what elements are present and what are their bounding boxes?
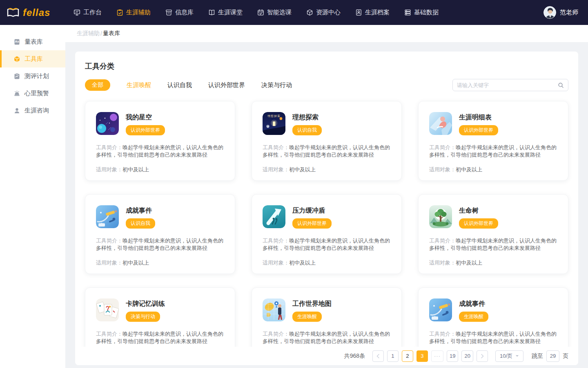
tool-library-icon — [13, 56, 20, 63]
page-button-2[interactable]: 2 — [402, 350, 413, 362]
achievement-tile-icon — [429, 298, 452, 321]
intro-label: 工具简介： — [263, 238, 289, 244]
page-size-select[interactable]: 10/页 — [495, 350, 523, 362]
career-consult-icon — [13, 107, 20, 114]
tool-category-badge: 生涯唤醒 — [459, 312, 488, 322]
page-button-3[interactable]: 3 — [416, 350, 428, 362]
page-button-20[interactable]: 20 — [461, 350, 473, 362]
nav-item-career-archive[interactable]: 生涯档案 — [355, 9, 390, 16]
category-tabs: 全部生涯唤醒认识自我认识外部世界决策与行动 — [85, 79, 452, 91]
nav-item-workbench[interactable]: 工作台 — [74, 9, 102, 16]
breadcrumb: 生涯辅助 / 量表库 — [65, 25, 588, 42]
pagination-bar: 共968条 123···1920 10/页 跳至 页 — [75, 347, 578, 365]
top-navbar: fellas 工作台 生涯辅助 信息库 生涯课堂 智能选课 资源中心 生涯档案 … — [0, 0, 588, 25]
tool-title: 生涯明细表 — [459, 113, 498, 122]
user-name: 范老师 — [560, 9, 578, 16]
sidebar-item-psych-alert[interactable]: 心里预警 — [0, 85, 65, 102]
sidebar-item-tool-library[interactable]: 工具库 — [0, 50, 65, 67]
target-text: 初中及以上 — [456, 260, 482, 266]
target-label: 适用对象： — [263, 166, 289, 173]
tool-category-badge: 认识外部世界 — [126, 125, 165, 135]
jump-label: 跳至 — [532, 352, 543, 360]
intro-label: 工具简介： — [96, 331, 122, 337]
page-number-buttons: 123···1920 — [387, 350, 473, 362]
nav-item-resource-center[interactable]: 资源中心 — [306, 9, 341, 16]
sidebar-item-assessment-plan[interactable]: 测评计划 — [0, 67, 65, 85]
tool-title: 成就事件 — [126, 206, 155, 215]
intro-label: 工具简介： — [429, 144, 456, 150]
ideal-tile-icon: 理想探索 — [263, 112, 285, 135]
tool-card-0[interactable]: 我的星空 认识外部世界 工具简介：唤起学牛规划未来的意识，认识人生角色的多样性，… — [85, 101, 235, 181]
page-size-value: 10/页 — [500, 352, 512, 360]
cards-tile-icon — [96, 298, 119, 321]
prev-page-button[interactable] — [372, 350, 384, 362]
target-label: 适用对象： — [263, 260, 289, 266]
shield-tile-icon — [263, 205, 285, 228]
tool-card-2[interactable]: 生涯明细表 认识外部世界 工具简介：唤起学牛规划未来的意识，认识人生角色的多样性… — [418, 101, 568, 181]
intro-label: 工具简介： — [263, 331, 289, 337]
target-text: 初中及以上 — [289, 166, 316, 173]
achievement-tile-icon — [96, 205, 119, 228]
worldmap-tile-icon — [263, 298, 285, 321]
career-detail-tile-icon — [429, 112, 452, 135]
tree-tile-icon — [429, 205, 452, 228]
nav-item-info-library[interactable]: 信息库 — [165, 9, 194, 16]
tool-title: 生命树 — [459, 206, 498, 215]
pagination-total: 共968条 — [344, 352, 365, 360]
tool-category-badge: 认识自我 — [292, 125, 322, 135]
nav-item-career-class[interactable]: 生涯课堂 — [208, 9, 243, 16]
jump-suffix: 页 — [563, 352, 568, 360]
logo-wordmark: fellas — [23, 7, 50, 18]
tool-title: 理想探索 — [292, 113, 322, 122]
target-label: 适用对象： — [429, 260, 456, 266]
tool-card-4[interactable]: 压力缓冲盾 认识外部世界 工具简介：唤起学牛规划未来的意识，认识人生角色的多样性… — [252, 194, 402, 274]
career-archive-icon — [355, 9, 362, 16]
tool-category-badge: 认识外部世界 — [459, 218, 498, 229]
tile-caption: 理想探索 — [263, 114, 285, 118]
tool-category-badge: 生涯唤醒 — [292, 312, 322, 322]
next-page-button[interactable] — [477, 350, 488, 362]
target-label: 适用对象： — [96, 166, 122, 173]
tool-category-badge: 决策与行动 — [126, 312, 160, 322]
tool-card-grid: 我的星空 认识外部世界 工具简介：唤起学牛规划未来的意识，认识人生角色的多样性，… — [75, 91, 578, 365]
tool-card-1[interactable]: 理想探索 理想探索 认识自我 工具简介：唤起学牛规划未来的意识，认识人生角色的多… — [252, 101, 402, 181]
breadcrumb-parent[interactable]: 生涯辅助 — [77, 30, 100, 37]
panel-header: 工具分类 全部生涯唤醒认识自我认识外部世界决策与行动 — [75, 52, 578, 91]
target-label: 适用对象： — [429, 166, 456, 173]
tool-title: 我的星空 — [126, 113, 165, 122]
nav-item-smart-course[interactable]: 智能选课 — [257, 9, 292, 16]
intro-label: 工具简介： — [429, 238, 456, 244]
tool-card-5[interactable]: 生命树 认识外部世界 工具简介：唤起学牛规划未来的意识，认识人生角色的多样性，引… — [418, 194, 568, 274]
category-tab-4[interactable]: 决策与行动 — [261, 81, 292, 89]
user-menu[interactable]: 范老师 — [543, 6, 578, 19]
breadcrumb-separator: / — [100, 30, 102, 37]
tool-title: 压力缓冲盾 — [292, 206, 332, 215]
galaxy-tile-icon — [96, 112, 119, 135]
search-input[interactable] — [457, 82, 558, 88]
intro-label: 工具简介： — [429, 331, 456, 337]
search-icon[interactable] — [558, 82, 564, 88]
target-text: 初中及以上 — [122, 260, 149, 266]
target-text: 初中及以上 — [456, 166, 482, 173]
app-logo[interactable]: fellas — [7, 7, 68, 18]
career-class-icon — [208, 9, 215, 16]
main-nav-menu: 工作台 生涯辅助 信息库 生涯课堂 智能选课 资源中心 生涯档案 基础数据 — [74, 9, 543, 16]
target-label: 适用对象： — [96, 260, 122, 266]
nav-item-career-assist[interactable]: 生涯辅助 — [116, 9, 151, 16]
page-ellipsis[interactable]: ··· — [431, 350, 443, 362]
page-button-19[interactable]: 19 — [447, 350, 458, 362]
sidebar-item-career-consult[interactable]: 生涯咨询 — [0, 102, 65, 119]
tool-title: 工作世界地图 — [292, 300, 332, 308]
category-tab-3[interactable]: 认识外部世界 — [208, 81, 245, 89]
category-tab-1[interactable]: 生涯唤醒 — [127, 81, 151, 89]
page-button-1[interactable]: 1 — [387, 350, 399, 362]
category-tab-0[interactable]: 全部 — [85, 79, 110, 91]
base-data-icon — [404, 9, 411, 16]
nav-item-base-data[interactable]: 基础数据 — [404, 9, 439, 16]
search-box[interactable] — [452, 79, 568, 91]
category-tab-2[interactable]: 认识自我 — [167, 81, 192, 89]
caret-down-icon — [515, 354, 519, 358]
jump-page-input[interactable] — [546, 350, 559, 362]
tool-card-3[interactable]: 成就事件 认识自我 工具简介：唤起学牛规划未来的意识，认识人生角色的多样性，引导… — [85, 194, 235, 274]
sidebar-item-scale-library[interactable]: A± 量表库 — [0, 33, 65, 50]
